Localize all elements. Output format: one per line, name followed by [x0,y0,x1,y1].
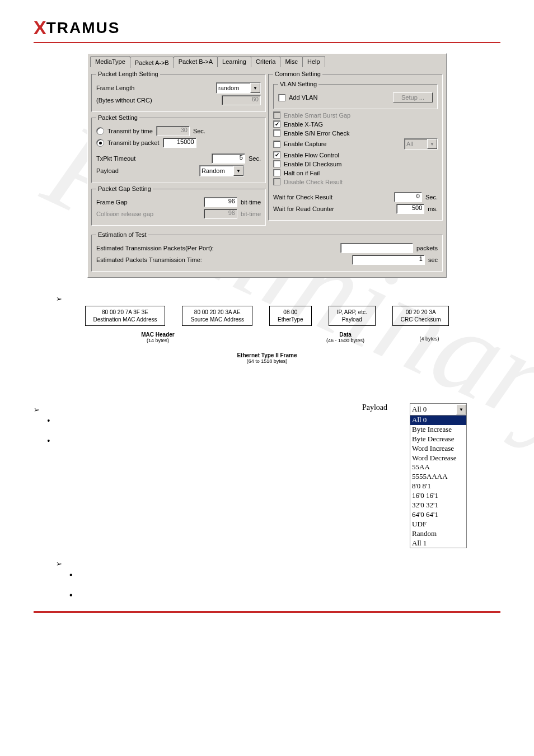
flow-label: Enable Flow Control [284,152,339,158]
ethernet-frame-diagram: 80 00 20 7A 3F 3E Destination MAC Addres… [49,306,485,364]
diagram-payload: IP, ARP, etc. Payload [329,306,376,326]
diagram-text: CRC Checksum [401,316,441,323]
bytes-label: (Bytes without CRC) [96,97,218,104]
packet-gap-legend: Packet Gap Setting [96,185,153,192]
capture-checkbox[interactable]: Enable Capture [273,141,326,148]
smart-burst-checkbox: Enable Smart Burst Gap [273,111,438,119]
payload-dropdown-label: Payload [362,403,387,412]
transmit-packet-input[interactable]: 15000 [163,138,196,148]
tab-bar: MediaType Packet A->B Packet B->A Learni… [88,54,446,67]
tab-misc[interactable]: Misc [280,56,303,67]
est-packets-unit: packets [416,245,438,251]
diagram-crc: 00 20 20 3A CRC Checksum [392,306,449,326]
bit-time-label-2: bit-time [241,211,261,217]
diagram-text: Destination MAC Address [93,316,157,323]
footer-divider [34,611,500,613]
bytes-input: 60 [222,95,261,105]
logo: XTRAMUS [34,17,500,39]
disable-check-label: Disable Check Result [284,179,343,185]
est-packets-value [340,243,413,253]
payload-option[interactable]: Word Decrease [410,454,466,463]
tab-packet-ba[interactable]: Packet B->A [174,56,218,67]
wait-read-unit: ms. [428,206,438,212]
bullet-disc-icon: • [69,571,73,580]
mac-header-sub: (14 bytes) [65,338,250,343]
tab-help[interactable]: Help [302,56,325,67]
payload-option[interactable]: 32'0 32'1 [410,501,466,510]
bullet-arrow-icon: ➢ [56,559,62,568]
dropdown-icon[interactable]: ▼ [233,166,243,176]
payload-dropdown[interactable]: All 0 ▼ All 0 Byte Increase Byte Decreas… [410,403,467,548]
transmit-packet-label: Transmit by packet [107,139,160,146]
capture-select: All ▼ [404,138,438,150]
flow-checkbox[interactable]: ✔Enable Flow Control [273,151,438,158]
packet-setting-legend: Packet Setting [96,114,139,121]
dropdown-icon[interactable]: ▼ [250,83,260,93]
add-vlan-checkbox[interactable]: Add VLAN [278,94,317,101]
mac-header-label: MAC Header [65,332,250,338]
data-sub: (46 - 1500 bytes) [301,338,390,343]
frame-label: Ethernet Type II Frame [49,352,485,358]
payload-options-list: All 0 Byte Increase Byte Decrease Word I… [410,415,466,548]
diagram-text: Payload [337,316,367,323]
tab-learning[interactable]: Learning [217,56,251,67]
payload-option[interactable]: Random [410,529,466,539]
transmit-time-label: Transmit by time [107,128,153,134]
tab-criteria[interactable]: Criteria [251,56,280,67]
diagram-text: EtherType [278,316,303,323]
vlan-legend: VLAN Setting [278,81,318,87]
frame-length-select[interactable]: random ▼ [216,82,261,94]
packet-gap-group: Packet Gap Setting Frame Gap 96 bit-time… [91,185,266,226]
header-divider [34,42,500,43]
sn-error-checkbox[interactable]: Enable S/N Error Check [273,129,438,137]
diagram-text: 00 20 20 3A [401,309,441,316]
payload-option[interactable]: 55AA [410,463,466,472]
wait-read-input[interactable]: 500 [396,204,424,214]
payload-option[interactable]: 64'0 64'1 [410,510,466,520]
diagram-text: IP, ARP, etc. [337,309,367,316]
bullet-arrow-icon: ➢ [34,405,40,414]
frame-length-label: Frame Length [96,85,213,91]
packet-setting-group: Packet Setting Transmit by time 30 Sec. … [91,114,266,183]
payload-label: Payload [96,167,196,174]
payload-option[interactable]: Byte Increase [410,425,466,435]
diagram-src-mac: 80 00 20 20 3A AE Source MAC Address [182,306,252,326]
setup-button: Setup ... [393,92,433,102]
halt-checkbox[interactable]: Halt on if Fail [273,169,438,176]
di-check-label: Enable DI Checksum [284,161,341,167]
packet-length-legend: Packet Length Setting [96,71,160,77]
disable-check-checkbox: Disable Check Result [273,178,438,185]
payload-option[interactable]: 16'0 16'1 [410,491,466,501]
collision-label: Collision release gap [96,211,200,217]
payload-option[interactable]: Byte Decrease [410,435,466,444]
bullet-arrow-icon: ➢ [56,295,62,303]
wait-read-label: Wait for Read Counter [273,206,393,212]
common-setting-group: Common Setting VLAN Setting Add VLAN Set… [268,71,443,221]
xtag-checkbox[interactable]: ✔Enable X-TAG [273,120,438,128]
wait-check-input[interactable]: 0 [394,192,422,202]
payload-select[interactable]: Random ▼ [199,165,244,176]
diagram-text: Source MAC Address [190,316,244,323]
add-vlan-label: Add VLAN [289,94,317,101]
capture-value: All [406,141,413,147]
payload-option[interactable]: UDF [410,520,466,529]
transmit-by-time-radio[interactable]: Transmit by time [96,127,153,135]
diagram-dest-mac: 80 00 20 7A 3F 3E Destination MAC Addres… [85,306,166,326]
di-checksum-checkbox[interactable]: Enable DI Checksum [273,160,438,167]
transmit-by-packet-radio[interactable]: Transmit by packet [96,139,160,147]
tab-mediatype[interactable]: MediaType [90,56,130,67]
diagram-text: 80 00 20 20 3A AE [190,309,244,316]
vlan-group: VLAN Setting Add VLAN Setup ... [273,81,438,109]
payload-option[interactable]: 8'0 8'1 [410,482,466,491]
smart-burst-label: Enable Smart Burst Gap [284,112,350,119]
dropdown-icon[interactable]: ▼ [456,404,466,414]
diagram-ethertype: 08 00 EtherType [269,306,312,326]
payload-option[interactable]: All 0 [410,416,466,425]
txpkt-input[interactable]: 5 [212,153,245,164]
tab-packet-ab[interactable]: Packet A->B [130,57,174,68]
payload-option[interactable]: All 1 [410,539,466,548]
frame-gap-input[interactable]: 96 [204,197,237,207]
payload-option[interactable]: Word Increase [410,444,466,454]
payload-option[interactable]: 5555AAAA [410,472,466,482]
frame-sub: (64 to 1518 bytes) [49,358,485,364]
